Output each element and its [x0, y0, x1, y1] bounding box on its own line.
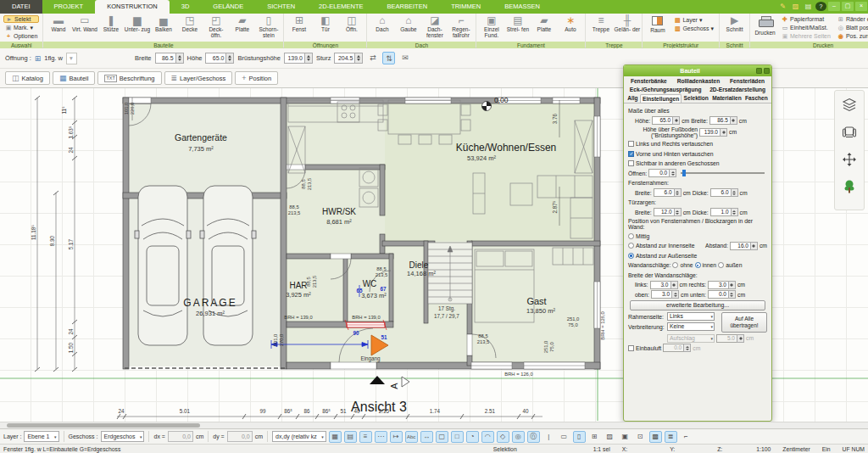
balken-button[interactable]: ▅Balken [150, 14, 176, 42]
tuer-button[interactable]: ◧Tür [312, 14, 338, 42]
text-snap-icon[interactable]: Abc [405, 431, 418, 443]
autofundament-button[interactable]: ∗Auto [557, 14, 583, 42]
tab-sichten[interactable]: SICHTEN [255, 0, 307, 14]
close-button[interactable]: × [855, 2, 867, 11]
checkbox-links-rechts[interactable] [628, 141, 634, 147]
erweiterte-bearbeitung-button[interactable]: erweiterte Bearbeitung... [630, 300, 765, 310]
abstand-field[interactable]: 16.0 [730, 242, 758, 250]
geschoss-dropdown[interactable]: ▥Geschoss ▾ [672, 25, 715, 32]
tab-selektion[interactable]: Selektion [682, 94, 710, 103]
layers-icon[interactable] [838, 94, 860, 116]
dialog-titlebar[interactable]: Bauteil [624, 65, 771, 76]
platte-button[interactable]: ▰Platte [229, 14, 255, 42]
decke-button[interactable]: ◳Decke [176, 14, 203, 42]
tab-gelaende[interactable]: GELÄNDE [201, 0, 255, 14]
view-mode-icon[interactable]: ▭ [558, 431, 570, 443]
rahmenseite-select[interactable]: Links [667, 312, 715, 321]
printer-icon[interactable]: ▤ [803, 2, 814, 11]
tab-trimmen[interactable]: TRIMMEN [439, 0, 492, 14]
tab-datei[interactable]: DATEI [0, 0, 42, 14]
breite-field[interactable]: 86.5 [709, 116, 737, 125]
fr-breite-field[interactable]: 6.0 [654, 188, 682, 197]
status-unit[interactable]: Zentimeter [782, 446, 810, 452]
geschoss-select[interactable]: Erdgeschos [101, 431, 145, 442]
coord-mode-select[interactable]: dx,dy (relativ kz [272, 431, 326, 442]
angle-snap-icon[interactable]: ◔ [466, 431, 479, 443]
dachfenster-button[interactable]: ◪Dach- fenster [421, 14, 448, 42]
checkbox-einbauluft[interactable] [628, 345, 634, 351]
tz-breite-field[interactable]: 12.0 [654, 208, 682, 216]
layer-select[interactable]: Ebene 1 [24, 431, 58, 442]
virt-wand-button[interactable]: ▭Virt. Wand [71, 14, 97, 42]
texture-toggle-icon[interactable]: ▩ [649, 431, 662, 443]
lineweight-toggle-icon[interactable]: ≣ [665, 431, 677, 443]
dialog-close-button[interactable] [764, 68, 770, 74]
numeric-input-icon[interactable]: ⓝ [527, 431, 540, 443]
tab-fensterbaenke[interactable]: Fensterbänke [629, 77, 669, 85]
stuetze-button[interactable]: ❚Stütze [97, 14, 124, 42]
mehrere-seiten-button[interactable]: ▣Mehrere Seiten [780, 32, 832, 40]
circle-snap-icon[interactable]: ◎ [512, 431, 525, 443]
hoehe-spinner[interactable]: 65.0 [205, 53, 234, 64]
tab-projekt[interactable]: PROJEKT [42, 0, 96, 14]
checkbox-sichtbar[interactable] [628, 160, 634, 166]
wa-links-field[interactable]: 3.0 [650, 281, 678, 289]
aufschlag-field[interactable]: 5.0 [716, 334, 744, 343]
wand-button[interactable]: ▬Wand [45, 14, 71, 42]
katalog-button[interactable]: ◫Katalog [5, 71, 50, 85]
gaube-button[interactable]: ⌂Gaube [395, 14, 421, 42]
bruestungshoehe-spinner[interactable]: 139.0 [284, 53, 313, 64]
einheit-massstab-button[interactable]: ▭Einheit/Maßst. [780, 24, 832, 31]
furniture-icon[interactable] [838, 121, 860, 143]
wa-oben-field[interactable]: 3.0 [651, 290, 679, 299]
raender-einblenden-button[interactable]: ⊞Ränder einblend. [836, 15, 868, 23]
tab-bemassen[interactable]: BEMASSEN [492, 0, 552, 14]
oeffnen-field[interactable]: 0.0 [648, 169, 676, 177]
maximize-button[interactable]: ▢ [842, 2, 854, 11]
papierformat-button[interactable]: ✚Papierformat [780, 15, 832, 23]
ansicht-marker[interactable]: A Ansicht 3 [351, 376, 409, 414]
dialog-pin-button[interactable] [756, 68, 762, 74]
aufschlag-select[interactable]: Aufschlag [667, 334, 715, 343]
radio-mittig[interactable] [628, 233, 634, 239]
schnitt-button[interactable]: ▶Schnitt [721, 14, 748, 42]
snap-distance-icon[interactable]: ↔ [420, 431, 433, 443]
radio-aussenseite[interactable] [628, 253, 634, 259]
treppe-button[interactable]: ≡Treppe [587, 14, 614, 42]
tab-materialien[interactable]: Materialien [710, 94, 743, 103]
arc-snap-icon[interactable]: ◠ [481, 431, 494, 443]
tab-rollladenkasten[interactable]: Rollladenkasten [676, 77, 722, 85]
radio-wa-aussen[interactable] [718, 262, 724, 268]
oeffnung-type-value[interactable]: 1flg. w [44, 54, 63, 62]
snap-edges-icon[interactable]: ≡ [359, 431, 372, 443]
hoehe-field[interactable]: 65.0 [652, 116, 680, 125]
tab-faschen[interactable]: Faschen [743, 94, 770, 103]
layer-geschoss-button[interactable]: ≣Layer/Geschoss [164, 71, 233, 85]
snap-lines-icon[interactable]: ▤ [344, 431, 357, 443]
tab-3d[interactable]: 3D [170, 0, 202, 14]
tab-2d-ersatz[interactable]: 2D-Ersatzdarstellung [708, 86, 767, 93]
radio-wa-innen[interactable] [695, 262, 701, 268]
fill-toggle-icon[interactable]: ▣ [619, 431, 632, 443]
auf-alle-uebertragen-button[interactable]: Auf Alle übertragen! [721, 312, 767, 333]
raum-button[interactable]: Raum [644, 14, 670, 42]
position-button[interactable]: +Position [235, 71, 278, 85]
tab-fensterlaeden[interactable]: Fensterläden [728, 77, 766, 85]
dach-button[interactable]: ⌂Dach [369, 14, 395, 42]
folder-icon[interactable]: ▨ [790, 2, 801, 11]
tz-dicke-field[interactable]: 1.0 [710, 208, 738, 216]
page-preview-icon[interactable]: ▯ [573, 431, 586, 443]
verbreiterung-select[interactable]: Keine [667, 322, 715, 331]
horizontal-scrollbar[interactable] [0, 422, 868, 428]
swap-vertical-icon[interactable]: ⇅ [382, 52, 395, 64]
streifenfundament-button[interactable]: ▤Strei- fen [504, 14, 531, 42]
schornstein-button[interactable]: ▯Schorn- stein [255, 14, 281, 42]
unterzug-button[interactable]: ▆Unter- zug [124, 14, 150, 42]
diagonal-snap-icon[interactable]: ◇ [497, 431, 509, 443]
blatt-position-button[interactable]: ◎Blatt position. [836, 24, 868, 31]
beschriftung-button[interactable]: TXTBeschriftung [97, 71, 161, 85]
status-scale[interactable]: 1:100 [756, 446, 771, 452]
fenster-button[interactable]: ⊞Fenst [286, 14, 312, 42]
frame-toggle-icon[interactable]: ⊡ [634, 431, 647, 443]
snap-grid-icon[interactable]: ▦ [329, 431, 342, 443]
